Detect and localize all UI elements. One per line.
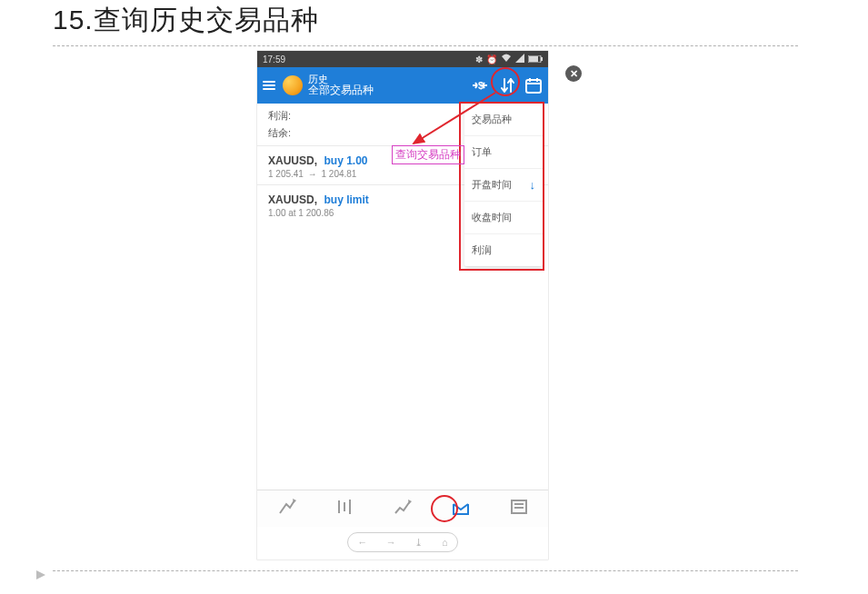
app-logo [283, 75, 303, 95]
bottom-tab-bar [257, 490, 548, 527]
nav-download-icon[interactable]: ⤓ [414, 537, 423, 549]
wifi-icon [501, 54, 512, 64]
signal-icon [515, 54, 524, 64]
svg-text:$: $ [478, 80, 484, 91]
dropdown-item-opentime[interactable]: 开盘时间↓ [464, 169, 543, 202]
header-title-block[interactable]: 历史 全部交易品种 [308, 74, 463, 96]
close-button[interactable]: ✕ [565, 65, 582, 82]
section-number: 15. [53, 5, 94, 35]
svg-rect-6 [526, 80, 541, 93]
nav-back-icon[interactable]: ← [357, 537, 367, 548]
trade-price-from: 1 205.41 [268, 169, 304, 179]
trade-price-to: 1 204.81 [322, 169, 357, 179]
arrow-right-icon: → [308, 169, 317, 179]
header-sort-button[interactable] [497, 75, 517, 95]
alarm-icon: ⏰ [486, 54, 497, 64]
svg-rect-3 [529, 56, 538, 62]
svg-marker-0 [36, 570, 45, 579]
dropdown-label: 订单 [472, 145, 492, 159]
header-symbol-button[interactable]: $ [470, 75, 490, 95]
balance-label: 结余: [268, 127, 291, 138]
trade-action: buy limit [324, 193, 368, 206]
bluetooth-icon: ✽ [475, 54, 483, 64]
trade-symbol: XAUUSD, [268, 193, 317, 206]
close-icon: ✕ [570, 68, 578, 79]
app-header: 历史 全部交易品种 $ [257, 67, 548, 104]
battery-icon [528, 54, 543, 64]
profit-label: 利润: [268, 110, 291, 121]
dropdown-label: 交易品种 [472, 113, 512, 126]
dropdown-item-symbol[interactable]: 交易品种 [464, 104, 543, 136]
nav-forward-icon[interactable]: → [386, 537, 396, 548]
tab-quotes[interactable] [276, 497, 296, 520]
dropdown-label: 收盘时间 [472, 211, 512, 224]
header-calendar-button[interactable] [524, 76, 543, 94]
dropdown-item-order[interactable]: 订单 [464, 136, 543, 169]
status-time: 17:59 [263, 54, 285, 64]
dropdown-label: 利润 [472, 243, 492, 257]
tab-history[interactable] [451, 497, 471, 520]
slide-advance-icon[interactable] [35, 569, 47, 585]
phone-screenshot: 17:59 ✽ ⏰ 历史 全部交易品种 $ [257, 51, 548, 559]
sort-down-icon: ↓ [530, 178, 536, 192]
divider-bottom [53, 570, 798, 571]
divider-top [53, 45, 798, 46]
trade-action: buy 1.00 [324, 154, 367, 167]
tab-chart[interactable] [334, 497, 354, 520]
nav-home-icon[interactable]: ⌂ [442, 537, 448, 548]
section-title: 15.查询历史交易品种 [53, 2, 319, 39]
dropdown-item-profit[interactable]: 利润 [464, 234, 543, 266]
trade-detail: 1.00 at 1 200.86 [268, 208, 334, 218]
status-bar: 17:59 ✽ ⏰ [257, 51, 548, 67]
menu-icon[interactable] [263, 81, 277, 90]
trade-symbol: XAUUSD, [268, 154, 317, 167]
header-subtitle: 全部交易品种 [308, 84, 463, 96]
sort-dropdown: 交易品种 订单 开盘时间↓ 收盘时间 利润 [464, 104, 543, 266]
svg-marker-1 [515, 54, 524, 63]
dropdown-item-closetime[interactable]: 收盘时间 [464, 202, 543, 234]
svg-rect-4 [541, 57, 543, 61]
tab-trade[interactable] [393, 497, 413, 520]
tab-news[interactable] [509, 497, 529, 520]
section-title-text: 查询历史交易品种 [94, 5, 319, 35]
dropdown-label: 开盘时间 [472, 178, 512, 192]
android-nav-bar: ← → ⤓ ⌂ [347, 532, 458, 552]
